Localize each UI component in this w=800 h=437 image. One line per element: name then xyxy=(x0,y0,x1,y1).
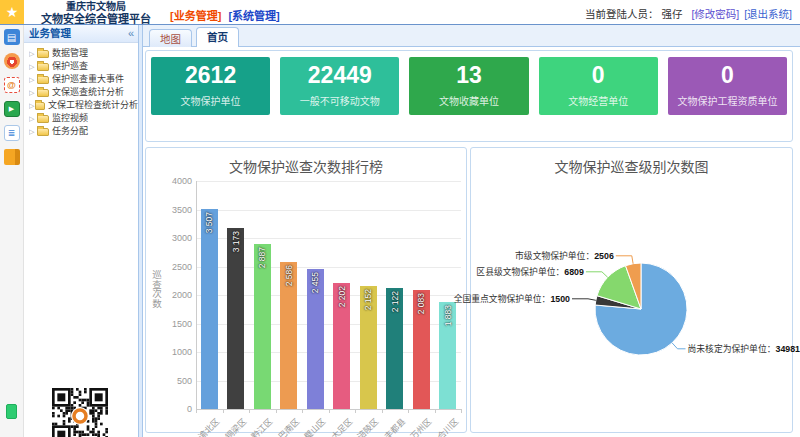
change-password-link[interactable]: [修改密码] xyxy=(691,8,739,20)
stat-label: 一般不可移动文物 xyxy=(280,93,399,108)
sidebar-item-5[interactable]: ▷监控视频 xyxy=(29,112,138,125)
tree-expander-icon[interactable]: ▷ xyxy=(29,60,37,73)
sidebar-item-6[interactable]: ▷任务分配 xyxy=(29,125,138,138)
layout-icon[interactable]: ▤ xyxy=(4,29,20,45)
current-user-name: 强仔 xyxy=(661,8,682,20)
y-axis-tick: 4000 xyxy=(154,176,192,186)
pie-leader-line xyxy=(586,272,608,278)
app-header: ★ 重庆市文物局 文物安全综合管理平台 [业务管理] [系统管理] 当前登陆人员… xyxy=(0,0,800,25)
stat-card-0: 2612文物保护单位 xyxy=(151,57,270,115)
tree-expander-icon[interactable]: ▷ xyxy=(29,112,37,125)
document-icon[interactable]: ≣ xyxy=(4,125,20,141)
bar-黔江区: 2 887 xyxy=(254,244,271,409)
sidebar: 业务管理 « ▷数据管理▷保护巡查▷保护巡查重大事件▷文保巡查统计分析▷文保工程… xyxy=(24,25,138,437)
y-axis-line xyxy=(196,181,197,409)
pie-leader-line xyxy=(616,256,633,264)
y-axis-tick: 2000 xyxy=(154,290,192,300)
stat-value: 13 xyxy=(409,62,528,90)
pie-chart: 尚未核定为保护单位：34981全国重点文物保护单位：1500区县级文物保护单位：… xyxy=(471,148,794,434)
folder-icon xyxy=(37,115,49,123)
app-logo: ★ xyxy=(0,0,24,24)
logout-link[interactable]: [退出系统] xyxy=(744,8,792,20)
stat-card-3: 0文物经营单位 xyxy=(539,57,658,115)
stat-value: 22449 xyxy=(280,62,399,90)
pie-label: 尚未核定为保护单位：34981 xyxy=(688,343,800,354)
stat-value: 2612 xyxy=(151,62,270,90)
sidebar-item-2[interactable]: ▷保护巡查重大事件 xyxy=(29,73,138,86)
y-axis-tick: 3500 xyxy=(154,205,192,215)
tree-item-label: 保护巡查重大事件 xyxy=(52,73,124,86)
at-icon[interactable]: @ xyxy=(4,77,20,93)
video-icon[interactable]: ▶ xyxy=(4,101,20,117)
tab-home[interactable]: 首页 xyxy=(196,27,239,47)
notebook-icon[interactable] xyxy=(4,149,20,165)
folder-icon xyxy=(37,89,49,97)
tree-item-label: 文保巡查统计分析 xyxy=(52,86,124,99)
menu-system-management[interactable]: [系统管理] xyxy=(228,10,279,22)
bar-value-label: 3 507 xyxy=(204,212,214,233)
bar-value-label: 2 083 xyxy=(416,293,426,314)
x-tick-mark xyxy=(223,409,224,413)
bar-渝北区: 3 507 xyxy=(201,209,218,409)
sidebar-item-4[interactable]: ▷文保工程检查统计分析 xyxy=(29,99,138,112)
tree-expander-icon[interactable]: ▷ xyxy=(29,73,37,86)
y-axis-tick: 2500 xyxy=(154,262,192,272)
folder-icon xyxy=(37,128,49,136)
tab-bar: 地图首页 xyxy=(143,25,800,47)
x-tick-mark xyxy=(355,409,356,413)
stat-value: 0 xyxy=(668,62,787,90)
tree-item-label: 文保工程检查统计分析 xyxy=(48,99,138,112)
gridline xyxy=(196,210,461,211)
bar-value-label: 2 152 xyxy=(363,289,373,310)
bar-chart: 050010001500200025003000350040003 507渝北区… xyxy=(146,148,466,432)
tree-expander-icon[interactable]: ▷ xyxy=(29,86,37,99)
sidebar-title: 业务管理 xyxy=(29,27,71,39)
y-axis-tick: 1000 xyxy=(154,347,192,357)
folder-icon xyxy=(37,50,49,58)
bar-丰都县: 2 122 xyxy=(386,288,403,409)
bar-涪陵区: 2 152 xyxy=(360,286,377,409)
tab-map[interactable]: 地图 xyxy=(149,29,192,47)
folder-icon xyxy=(37,76,49,84)
sidebar-item-3[interactable]: ▷文保巡查统计分析 xyxy=(29,86,138,99)
nav-tree: ▷数据管理▷保护巡查▷保护巡查重大事件▷文保巡查统计分析▷文保工程检查统计分析▷… xyxy=(24,43,138,138)
folder-icon xyxy=(37,63,49,71)
tree-item-label: 保护巡查 xyxy=(52,60,88,73)
x-tick-mark xyxy=(329,409,330,413)
y-axis-tick: 0 xyxy=(154,404,192,414)
tree-item-label: 任务分配 xyxy=(52,125,88,138)
stats-row: 2612文物保护单位22449一般不可移动文物13文物收藏单位0文物经营单位0文… xyxy=(146,51,792,121)
stats-panel: 2612文物保护单位22449一般不可移动文物13文物收藏单位0文物经营单位0文… xyxy=(145,50,793,142)
org-name: 重庆市文物局 xyxy=(28,2,164,12)
sidebar-item-1[interactable]: ▷保护巡查 xyxy=(29,60,138,73)
bar-铜梁区: 3 173 xyxy=(227,228,244,409)
weibo-icon[interactable] xyxy=(4,53,20,69)
bar-万州区: 2 083 xyxy=(413,290,430,409)
menu-business-management[interactable]: [业务管理] xyxy=(170,10,221,22)
bar-value-label: 3 173 xyxy=(231,231,241,252)
sidebar-header: 业务管理 « xyxy=(24,25,138,43)
folder-icon xyxy=(35,102,45,110)
y-axis-tick: 3000 xyxy=(154,233,192,243)
pie-label: 全国重点文物保护单位：1500 xyxy=(454,293,570,304)
tree-expander-icon[interactable]: ▷ xyxy=(29,47,37,60)
main-area: 地图首页 2612文物保护单位22449一般不可移动文物13文物收藏单位0文物经… xyxy=(143,25,800,437)
x-tick-mark xyxy=(196,409,197,413)
x-tick-mark xyxy=(249,409,250,413)
bar-巴南区: 2 586 xyxy=(280,262,297,409)
qr-code xyxy=(52,388,108,437)
x-tick-mark xyxy=(461,409,462,413)
bar-value-label: 1 883 xyxy=(443,305,453,326)
sidebar-item-0[interactable]: ▷数据管理 xyxy=(29,47,138,60)
x-tick-mark xyxy=(435,409,436,413)
collapse-sidebar-button[interactable]: « xyxy=(128,25,134,42)
tree-expander-icon[interactable]: ▷ xyxy=(29,125,37,138)
bar-value-label: 2 586 xyxy=(284,265,294,286)
battery-icon[interactable] xyxy=(6,404,17,419)
stat-label: 文物保护单位 xyxy=(151,93,270,108)
stat-label: 文物保护工程资质单位 xyxy=(668,93,787,108)
x-tick-mark xyxy=(276,409,277,413)
stat-label: 文物经营单位 xyxy=(539,93,658,108)
x-axis-label: 渝北区 xyxy=(171,415,222,437)
pie-chart-panel: 文物保护巡查级别次数图 尚未核定为保护单位：34981全国重点文物保护单位：15… xyxy=(470,147,793,433)
